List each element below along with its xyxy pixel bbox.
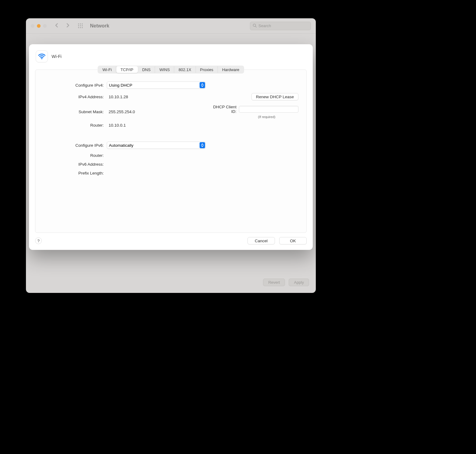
- tab-tcpip[interactable]: TCP/IP: [116, 66, 138, 73]
- sheet-header: Wi-Fi: [35, 50, 307, 63]
- background-buttons: Revert Apply: [263, 279, 309, 286]
- svg-rect-4: [80, 25, 81, 26]
- configure-ipv4-label: Configure IPv4:: [43, 83, 104, 88]
- configure-ipv6-select[interactable]: Automatically: [107, 142, 206, 149]
- search-icon: [253, 23, 257, 29]
- svg-rect-7: [80, 27, 81, 28]
- svg-rect-0: [78, 23, 79, 24]
- configure-ipv4-value: Using DHCP: [109, 83, 132, 88]
- window-title: Network: [90, 23, 109, 29]
- renew-dhcp-lease-button[interactable]: Renew DHCP Lease: [251, 93, 298, 100]
- close-button[interactable]: [31, 24, 34, 28]
- configure-ipv4-select[interactable]: Using DHCP: [107, 81, 206, 89]
- apply-button[interactable]: Apply: [289, 279, 309, 286]
- search-input[interactable]: [258, 23, 308, 28]
- forward-button[interactable]: [65, 23, 70, 29]
- wifi-icon: [36, 50, 48, 63]
- router-v4-value: 10.10.0.1: [107, 123, 206, 128]
- traffic-lights: [31, 24, 47, 28]
- revert-button[interactable]: Revert: [263, 279, 285, 286]
- dhcp-client-id-label: DHCP Client ID:: [209, 105, 236, 114]
- sheet-footer: ? Cancel OK: [35, 237, 307, 244]
- svg-point-10: [41, 58, 42, 59]
- configure-ipv6-label: Configure IPv6:: [43, 143, 104, 148]
- ok-button[interactable]: OK: [279, 237, 307, 244]
- svg-rect-3: [78, 25, 79, 26]
- tab-dns[interactable]: DNS: [138, 66, 155, 73]
- help-icon: ?: [37, 239, 39, 243]
- minimize-button[interactable]: [37, 24, 41, 28]
- zoom-button[interactable]: [43, 24, 47, 28]
- router-v4-label: Router:: [43, 123, 104, 128]
- all-prefs-button[interactable]: [78, 23, 83, 29]
- tab-bar: Wi-Fi TCP/IP DNS WINS 802.1X Proxies Har…: [98, 66, 244, 74]
- chevron-updown-icon: [200, 142, 205, 148]
- subnet-mask-label: Subnet Mask:: [43, 110, 104, 114]
- svg-rect-6: [78, 27, 79, 28]
- search-field[interactable]: [250, 22, 311, 30]
- chevron-updown-icon: [200, 82, 205, 88]
- subnet-mask-value: 255.255.254.0: [107, 110, 206, 114]
- wifi-advanced-sheet: Wi-Fi Wi-Fi TCP/IP DNS WINS 802.1X Proxi…: [29, 44, 313, 250]
- tab-8021x[interactable]: 802.1X: [174, 66, 196, 73]
- ipv6-address-label: IPv6 Address:: [43, 162, 104, 167]
- cancel-button[interactable]: Cancel: [247, 237, 275, 244]
- svg-rect-1: [80, 23, 81, 24]
- ipv4-address-value: 10.10.1.28: [107, 95, 206, 99]
- tab-proxies[interactable]: Proxies: [196, 66, 218, 73]
- svg-rect-5: [82, 25, 83, 26]
- dhcp-client-id-hint: (If required): [235, 115, 298, 119]
- router-v6-label: Router:: [43, 153, 104, 158]
- tab-wifi[interactable]: Wi-Fi: [98, 66, 116, 73]
- configure-ipv6-value: Automatically: [109, 143, 133, 148]
- sheet-title: Wi-Fi: [52, 54, 62, 59]
- nav-arrows: [54, 23, 70, 29]
- titlebar: Network: [26, 18, 316, 34]
- svg-rect-2: [82, 23, 83, 24]
- svg-rect-8: [82, 27, 83, 28]
- tab-hardware[interactable]: Hardware: [218, 66, 243, 73]
- ipv4-address-label: IPv4 Address:: [43, 95, 104, 99]
- help-button[interactable]: ?: [35, 237, 42, 244]
- dhcp-client-id-field[interactable]: [239, 106, 298, 113]
- prefix-length-label: Prefix Length:: [43, 171, 104, 175]
- tab-wins[interactable]: WINS: [155, 66, 174, 73]
- system-preferences-window: Network Revert Apply Wi-Fi: [26, 18, 316, 293]
- back-button[interactable]: [54, 23, 60, 29]
- tcpip-pane: Configure IPv4: Using DHCP IPv4 Address:…: [35, 70, 307, 233]
